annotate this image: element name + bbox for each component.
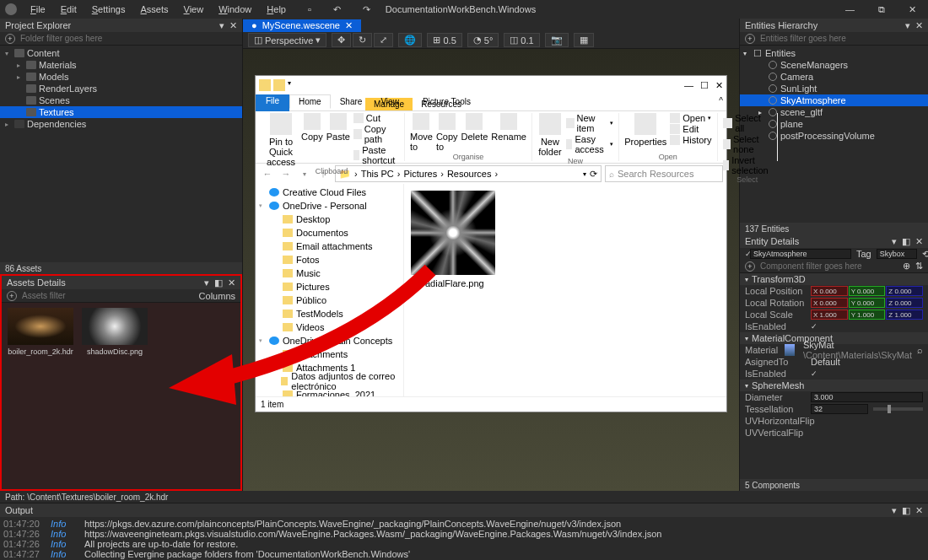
pasteshortcut-icon[interactable] [353,150,359,160]
delete-icon[interactable] [466,113,483,130]
tool-move-icon[interactable]: ✥ [332,33,351,47]
tool-rotate-icon[interactable]: ↻ [353,33,372,47]
pin-icon[interactable] [270,113,292,135]
toolbar-icon-2[interactable]: ↶ [326,3,348,17]
tree-item[interactable]: Textures [0,106,242,118]
explorer-content[interactable]: radialFlare.png [404,184,726,396]
assets-grid[interactable]: boiler_room_2k.hdrshadowDisc.png [2,303,240,489]
tree-item[interactable]: RenderLayers [0,83,242,94]
isenabled-checkbox[interactable] [811,322,819,331]
nav-recent-icon[interactable]: ▾ [296,165,313,182]
open-icon[interactable] [670,113,680,123]
material-browse-icon[interactable]: ⌕ [917,345,923,355]
tree-item[interactable]: ▸Models [0,71,242,83]
add-component-icon[interactable]: + [745,261,755,272]
nav-tree-item[interactable]: Email attachments [256,240,403,253]
nav-tree-item[interactable]: Music [256,267,403,280]
panel-pop-icon[interactable]: ◧ [902,236,910,247]
paste-icon[interactable] [330,113,347,130]
asset-item[interactable]: shadowDisc.png [81,308,148,356]
scene-tab[interactable]: ●MyScene.wescene✕ [243,19,361,32]
add-asset-icon[interactable]: + [7,291,17,301]
assets-filter-input[interactable] [22,291,194,300]
ribbon-collapse-icon[interactable]: ^ [719,96,723,105]
panel-dropdown-icon[interactable]: ▾ [905,20,910,31]
tool-scale-icon[interactable]: ⤢ [374,33,393,47]
columns-label[interactable]: Columns [199,291,235,301]
locate-icon[interactable]: ⟲ [922,249,928,260]
nav-back-icon[interactable]: ← [259,165,276,182]
entities-filter-input[interactable] [760,34,923,43]
toolbar-icon-3[interactable]: ↷ [356,3,377,17]
section-header[interactable]: ▾Transform3D [740,273,928,285]
snap-move-icon[interactable]: ⊞ 0.5 [427,33,461,47]
menu-settings[interactable]: Settings [85,3,132,16]
file-item[interactable]: radialFlare.png [411,191,495,288]
panel-close-icon[interactable]: ✕ [229,20,237,31]
hierarchy-item[interactable]: SunLight [740,83,928,94]
nav-tree-item[interactable]: Fotos [256,253,403,267]
menu-assets[interactable]: Assets [133,3,175,16]
panel-close-icon[interactable]: ✕ [915,505,923,516]
explorer-minimize[interactable]: — [684,80,693,91]
maximize-button[interactable]: ⧉ [871,3,892,17]
snap-rotate-icon[interactable]: ◔ 5° [467,33,499,47]
explorer-qat-dropdown[interactable]: ▾ [288,79,291,91]
copy-icon[interactable] [304,113,321,130]
address-bar[interactable]: 📁› This PC› Pictures› Resources› ▾ ⟳ [335,165,602,182]
panel-close-icon[interactable]: ✕ [228,277,235,288]
tree-item[interactable]: ▾Content [0,47,242,59]
folder-filter-input[interactable] [20,34,237,43]
moveto-icon[interactable] [413,113,429,130]
menu-file[interactable]: File [24,3,52,16]
nav-tree-item[interactable]: Attachments [256,347,403,361]
rename-icon[interactable] [500,113,517,130]
panel-dropdown-icon[interactable]: ▾ [892,505,897,516]
close-button[interactable]: ✕ [902,3,923,17]
copyto-icon[interactable] [439,113,456,130]
isenabled-checkbox[interactable] [811,369,819,378]
explorer-maximize[interactable]: ☐ [700,80,709,91]
nav-tree-item[interactable]: Pictures [256,280,403,293]
minimize-button[interactable]: — [839,3,861,17]
selectnone-icon[interactable] [723,139,731,149]
invertsel-icon[interactable] [723,160,730,170]
tree-item[interactable]: ▸Dependencies [0,118,242,130]
cut-icon[interactable] [353,113,364,123]
ribbon-file-menu[interactable]: File [256,94,289,111]
entity-tag-input[interactable] [877,249,917,259]
selectall-icon[interactable] [723,118,733,128]
panel-dropdown-icon[interactable]: ▾ [219,20,224,31]
output-log[interactable]: 01:47:20Infohttps://pkgs.dev.azure.com/p… [0,517,928,560]
tessellation-slider[interactable] [873,407,924,411]
address-dropdown-icon[interactable]: ▾ [583,170,586,178]
menu-edit[interactable]: Edit [54,3,84,16]
asset-item[interactable]: boiler_room_2k.hdr [7,308,74,356]
snap-scale-icon[interactable]: ◫ 0.1 [504,33,539,47]
menu-view[interactable]: View [177,3,211,16]
panel-pop-icon[interactable]: ◧ [214,277,223,288]
section-header[interactable]: ▾SphereMesh [740,380,928,391]
add-entity-icon[interactable]: + [745,34,755,44]
copypath-icon[interactable] [353,129,362,139]
explorer-search-input[interactable]: ⌕ Search Resources [605,165,723,182]
menu-window[interactable]: Window [212,3,258,16]
hierarchy-root[interactable]: ▾☐Entities [740,47,928,59]
diameter-input[interactable] [811,392,923,402]
hierarchy-item[interactable]: SkyAtmosphere [740,94,928,106]
newitem-icon[interactable] [566,118,575,128]
panel-dropdown-icon[interactable]: ▾ [204,277,209,288]
nav-tree-item[interactable]: TestModels [256,307,403,320]
menu-help[interactable]: Help [260,3,293,16]
tessellation-input[interactable] [811,404,868,414]
ribbon-tab-share[interactable]: Share [331,94,372,109]
history-icon[interactable] [670,135,680,145]
hierarchy-item[interactable]: Camera [740,71,928,83]
nav-tree-item[interactable]: Público [256,293,403,307]
nav-tree-item[interactable]: Documentos [256,226,403,240]
nav-tree-item[interactable]: Datos adjuntos de correo electrónico [256,374,403,388]
tree-item[interactable]: ▸Materials [0,59,242,71]
tab-close-icon[interactable]: ✕ [345,20,353,31]
nav-tree-item[interactable]: Creative Cloud Files [256,186,403,199]
component-extra-icon[interactable]: ⊕ [903,261,910,272]
